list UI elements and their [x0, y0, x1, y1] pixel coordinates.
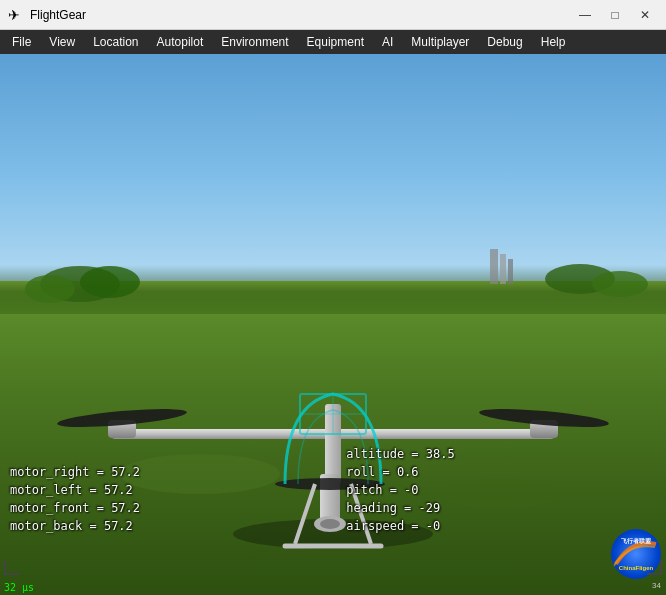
menu-autopilot[interactable]: Autopilot — [149, 33, 212, 51]
svg-point-8 — [120, 454, 280, 494]
motor-front-value: motor_front = 57.2 — [10, 499, 140, 517]
menu-ai[interactable]: AI — [374, 33, 401, 51]
svg-point-4 — [592, 271, 648, 297]
viewport[interactable]: motor_right = 57.2 motor_left = 57.2 mot… — [0, 54, 666, 595]
titlebar-title: FlightGear — [30, 8, 86, 22]
menu-file[interactable]: File — [4, 33, 39, 51]
svg-point-19 — [320, 519, 340, 529]
telemetry-right: altitude = 38.5 roll = 0.6 pitch = -0 he… — [346, 445, 454, 535]
status-fps: 32 µs — [4, 582, 34, 593]
motor-left-value: motor_left = 57.2 — [10, 481, 140, 499]
titlebar-left: ✈ FlightGear — [8, 7, 86, 23]
titlebar: ✈ FlightGear — □ ✕ — [0, 0, 666, 30]
menu-multiplayer[interactable]: Multiplayer — [403, 33, 477, 51]
heading-value: heading = -29 — [346, 499, 454, 517]
svg-point-2 — [80, 266, 140, 298]
menu-environment[interactable]: Environment — [213, 33, 296, 51]
altitude-value: altitude = 38.5 — [346, 445, 454, 463]
watermark-label: 34 — [652, 581, 661, 590]
maximize-button[interactable]: □ — [602, 5, 628, 25]
menu-view[interactable]: View — [41, 33, 83, 51]
svg-rect-7 — [508, 259, 513, 284]
svg-rect-6 — [500, 254, 506, 284]
close-button[interactable]: ✕ — [632, 5, 658, 25]
roll-value: roll = 0.6 — [346, 463, 454, 481]
watermark-text1: 飞行者联盟 — [621, 537, 651, 546]
titlebar-controls: — □ ✕ — [572, 5, 658, 25]
menu-debug[interactable]: Debug — [479, 33, 530, 51]
frame-corner-right — [647, 560, 662, 575]
frame-corner-left — [4, 560, 19, 575]
minimize-button[interactable]: — — [572, 5, 598, 25]
menu-location[interactable]: Location — [85, 33, 146, 51]
svg-point-9 — [440, 479, 560, 509]
svg-point-1 — [25, 275, 75, 303]
menu-equipment[interactable]: Equipment — [299, 33, 372, 51]
airspeed-value: airspeed = -0 — [346, 517, 454, 535]
motor-back-value: motor_back = 57.2 — [10, 517, 140, 535]
app-icon: ✈ — [8, 7, 24, 23]
svg-rect-5 — [490, 249, 498, 284]
motor-right-value: motor_right = 57.2 — [10, 463, 140, 481]
menu-help[interactable]: Help — [533, 33, 574, 51]
pitch-value: pitch = -0 — [346, 481, 454, 499]
telemetry-left: motor_right = 57.2 motor_left = 57.2 mot… — [10, 463, 140, 535]
menubar: File View Location Autopilot Environment… — [0, 30, 666, 54]
